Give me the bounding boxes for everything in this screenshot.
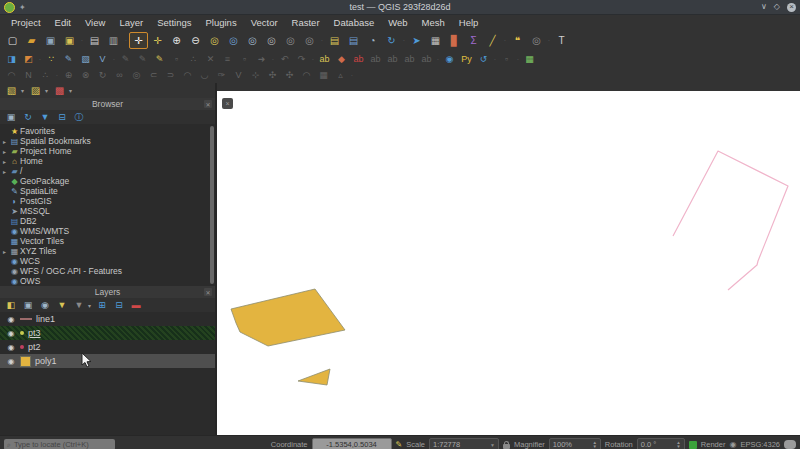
chevron-down-icon[interactable]: ▾ [45, 87, 48, 94]
expand-arrow-icon[interactable]: ▸ [0, 138, 9, 145]
browser-item-spatialite[interactable]: ✎SpatiaLite [0, 186, 215, 196]
spinner-arrows-icon[interactable]: ▲▼ [592, 441, 596, 449]
scale-combobox[interactable]: 1:72778 ▼ [429, 438, 499, 449]
browser-item-geopackage[interactable]: ◆GeoPackage [0, 176, 215, 186]
show-spatial-bookmarks-icon[interactable]: ▤ [344, 32, 363, 49]
locate-input[interactable]: ⌕ Type to locate (Ctrl+K) [4, 439, 115, 449]
manage-map-themes-icon[interactable]: ◉ [37, 298, 53, 312]
new-project-icon[interactable]: ▢ [3, 32, 22, 49]
remove-layer-icon[interactable]: ▬ [128, 298, 144, 312]
zoom-native-icon[interactable]: ◎ [262, 32, 281, 49]
collapse-all-layers-icon[interactable]: ⊟ [111, 298, 127, 312]
crs-indicator[interactable]: EPSG:4326 [740, 440, 780, 449]
pan-to-selection-icon[interactable]: ✛ [148, 32, 167, 49]
add-group-icon[interactable]: ▣ [20, 298, 36, 312]
refresh-map-icon[interactable]: ↻ [382, 32, 401, 49]
zoom-last-icon[interactable]: ◎ [281, 32, 300, 49]
measure-line-icon[interactable]: ╱ [483, 32, 502, 49]
menu-web[interactable]: Web [381, 17, 414, 28]
browser-item-[interactable]: ▸▰/ [0, 166, 215, 176]
expand-arrow-icon[interactable]: ▸ [0, 248, 9, 255]
browser-item-wfs-ogc-api-features[interactable]: ◉WFS / OGC API - Features [0, 266, 215, 276]
statistical-summary-icon[interactable]: ▊ [445, 32, 464, 49]
filter-by-expression-icon[interactable]: ▼ [71, 298, 87, 312]
browser-item-vector-tiles[interactable]: ▦Vector Tiles [0, 236, 215, 246]
minimize-button[interactable]: ∨ [761, 3, 767, 11]
browser-item-wcs[interactable]: ◉WCS [0, 256, 215, 266]
map-tips-icon[interactable]: ❝ [508, 32, 527, 49]
zoom-out-icon[interactable]: ⊖ [186, 32, 205, 49]
show-statistics-icon[interactable]: Σ [464, 32, 483, 49]
browser-item-ows[interactable]: ◉OWS [0, 276, 215, 286]
open-attribute-table-icon[interactable]: ▦ [426, 32, 445, 49]
zoom-full-icon[interactable]: ◎ [205, 32, 224, 49]
layer-row-pt2[interactable]: ◉pt2 [0, 340, 215, 354]
properties-widget-icon[interactable]: ⓘ [71, 110, 87, 124]
data-source-manager-icon[interactable]: ◨ [3, 52, 20, 67]
browser-item-xyz-tiles[interactable]: ▸▦XYZ Tiles [0, 246, 215, 256]
db-manager-icon[interactable]: ◩ [20, 52, 37, 67]
map-canvas[interactable]: × [217, 91, 800, 435]
open-layer-styling-icon[interactable]: ◧ [3, 298, 19, 312]
close-button[interactable]: × [787, 3, 796, 12]
layer-row-line1[interactable]: ◉line1 [0, 312, 215, 326]
magnifier-spinbox[interactable]: 100% ▲▼ [549, 438, 601, 449]
menu-mesh[interactable]: Mesh [415, 17, 452, 28]
select-features-icon[interactable]: ▧ [2, 82, 21, 99]
layer-row-pt3[interactable]: ◉pt3 [0, 326, 215, 340]
expand-arrow-icon[interactable]: ▸ [0, 168, 9, 175]
layer-row-poly1[interactable]: ◉poly1 [0, 354, 215, 368]
zoom-to-selection-icon[interactable]: ◎ [224, 32, 243, 49]
text-annotation-icon[interactable]: T [552, 32, 571, 49]
coordinate-input[interactable]: -1.5354,0.5034 [312, 438, 392, 449]
expand-all-layers-icon[interactable]: ⊞ [94, 298, 110, 312]
rotation-spinbox[interactable]: 0.0 ° ▲▼ [637, 438, 685, 449]
pan-map-icon[interactable]: ✛ [129, 32, 148, 49]
refresh-browser-icon[interactable]: ↻ [20, 110, 36, 124]
menu-vector[interactable]: Vector [244, 17, 285, 28]
menu-help[interactable]: Help [452, 17, 486, 28]
menu-plugins[interactable]: Plugins [198, 17, 243, 28]
show-layout-manager-icon[interactable]: ▥ [104, 32, 123, 49]
scale-lock-icon[interactable] [503, 444, 510, 449]
labeling-rules-icon[interactable]: ab [350, 52, 367, 67]
coordinate-toggle-icon[interactable]: ✎ [396, 440, 403, 449]
layer-labeling-icon[interactable]: ab [316, 52, 333, 67]
new-virtual-layer-icon[interactable]: V [94, 52, 111, 67]
menu-project[interactable]: Project [4, 17, 48, 28]
chevron-down-icon[interactable]: ▾ [21, 87, 24, 94]
collapse-all-browser-icon[interactable]: ⊟ [54, 110, 70, 124]
visibility-eye-icon[interactable]: ◉ [6, 357, 16, 366]
browser-item-db2[interactable]: ▤DB2 [0, 216, 215, 226]
processing-toolbox-icon[interactable]: ↺ [475, 52, 492, 67]
zoom-in-icon[interactable]: ⊕ [167, 32, 186, 49]
new-shapefile-layer-icon[interactable]: ▧ [77, 52, 94, 67]
menu-layer[interactable]: Layer [112, 17, 150, 28]
new-spatialite-layer-icon[interactable]: ✎ [60, 52, 77, 67]
filter-browser-icon[interactable]: ▼ [37, 110, 53, 124]
browser-item-spatial-bookmarks[interactable]: ▸▤Spatial Bookmarks [0, 136, 215, 146]
filter-legend-icon[interactable]: ▼ [54, 298, 70, 312]
browser-scrollbar[interactable] [210, 126, 214, 284]
georeferencer-icon[interactable]: ▦ [521, 52, 538, 67]
browser-item-mssql[interactable]: ➤MSSQL [0, 206, 215, 216]
browser-item-wms-wmts[interactable]: ◉WMS/WMTS [0, 226, 215, 236]
new-geopackage-layer-icon[interactable]: ∵ [43, 52, 60, 67]
expand-arrow-icon[interactable]: ▸ [0, 158, 9, 165]
python-console-icon[interactable]: Py [458, 52, 475, 67]
visibility-eye-icon[interactable]: ◉ [6, 329, 16, 338]
visibility-eye-icon[interactable]: ◉ [6, 343, 16, 352]
visibility-eye-icon[interactable]: ◉ [6, 315, 16, 324]
select-by-form-icon[interactable]: ▨ [26, 82, 45, 99]
browser-item-postgis[interactable]: ◗PostGIS [0, 196, 215, 206]
browser-item-home[interactable]: ▸⌂Home [0, 156, 215, 166]
zoom-to-layer-icon[interactable]: ◎ [243, 32, 262, 49]
identify-features-icon[interactable]: ➤ [407, 32, 426, 49]
metasearch-icon[interactable]: ◉ [441, 52, 458, 67]
browser-close-icon[interactable]: ✕ [204, 100, 212, 108]
chevron-down-icon[interactable]: ▾ [88, 302, 91, 309]
open-project-icon[interactable]: ▰ [22, 32, 41, 49]
layer-diagram-icon[interactable]: ◆ [333, 52, 350, 67]
add-selected-layers-icon[interactable]: ▣ [3, 110, 19, 124]
browser-item-project-home[interactable]: ▸▰Project Home [0, 146, 215, 156]
